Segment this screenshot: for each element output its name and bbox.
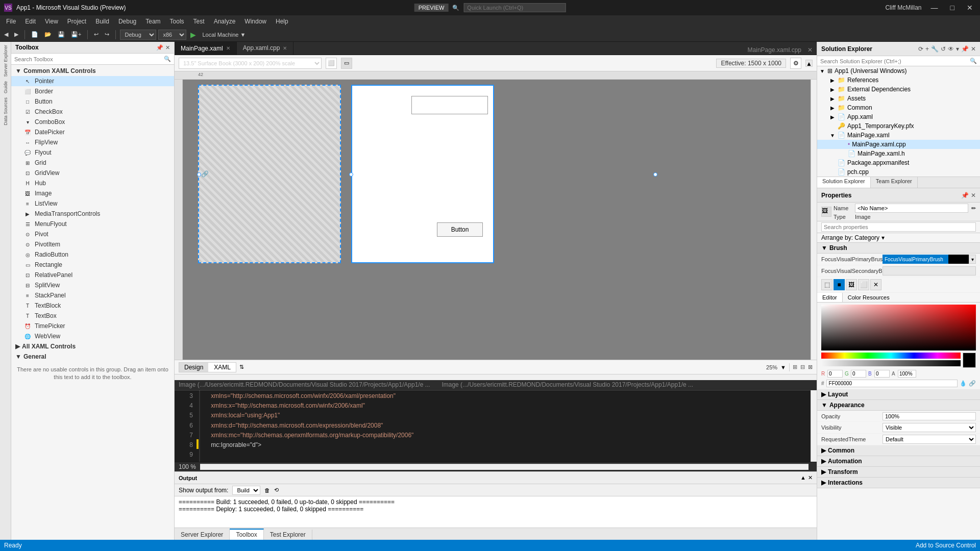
device-select[interactable]: 13.5" Surface Book (3000 x 200) 200% sca… bbox=[179, 58, 322, 69]
section-brush[interactable]: ▼ Brush bbox=[817, 243, 980, 254]
platform-select[interactable]: x86 x64 ARM bbox=[158, 30, 186, 40]
color-resources-tab[interactable]: Color Resources bbox=[843, 293, 895, 302]
tab-app-xaml-cpp[interactable]: App.xaml.cpp ✕ bbox=[237, 42, 294, 55]
toolbox-item-flyout[interactable]: 💬 Flyout bbox=[11, 147, 174, 158]
tab-close-btn[interactable]: ✕ bbox=[283, 45, 287, 51]
expand-icon[interactable]: ▶ bbox=[829, 114, 836, 120]
b-input[interactable] bbox=[874, 370, 890, 378]
toolbox-item-pivot[interactable]: ⊙ Pivot bbox=[11, 229, 174, 239]
canvas-handle-right[interactable] bbox=[653, 172, 657, 177]
canvas-scrollbar-v[interactable] bbox=[811, 80, 817, 360]
new-btn[interactable]: 📄 bbox=[29, 30, 40, 39]
sol-new-btn[interactable]: + bbox=[925, 45, 929, 53]
expand-icon[interactable]: ▼ bbox=[829, 133, 836, 138]
toggle-icon[interactable]: ⇅ bbox=[239, 364, 244, 370]
prop-secondary-brush[interactable] bbox=[883, 266, 976, 276]
toolbox-search-input[interactable] bbox=[14, 56, 164, 62]
brush-picker-btn[interactable]: ▾ bbox=[969, 255, 976, 264]
opacity-input[interactable] bbox=[883, 412, 976, 420]
close-btn[interactable]: ✕ bbox=[964, 4, 976, 12]
toolbox-item-textblock[interactable]: T TextBlock bbox=[11, 300, 174, 311]
maximize-btn[interactable]: □ bbox=[947, 4, 958, 12]
tree-item-common[interactable]: ▶ 📁 Common bbox=[817, 103, 980, 112]
settings-btn[interactable]: ⚙ bbox=[790, 58, 801, 69]
landscape-btn[interactable]: ▭ bbox=[341, 58, 352, 69]
output-content[interactable]: ========== Build: 1 succeeded, 0 failed,… bbox=[175, 496, 817, 528]
toolbox-item-image[interactable]: 🖼 Image bbox=[11, 188, 174, 198]
sol-filter-btn[interactable]: ▾ bbox=[956, 45, 959, 53]
toolbox-item-button[interactable]: □ Button bbox=[11, 96, 174, 107]
canvas-handle-mid[interactable] bbox=[349, 172, 353, 177]
color-type-solid-btn[interactable]: ■ bbox=[834, 279, 845, 290]
tree-item-app1[interactable]: ▼ ⊞ App1 (Universal Windows) bbox=[817, 66, 980, 76]
portrait-btn[interactable]: ⬜ bbox=[326, 58, 337, 69]
color-type-custom-btn[interactable]: ⬜ bbox=[858, 279, 869, 290]
group-all-xaml[interactable]: ▶ All XAML Controls bbox=[11, 341, 174, 352]
menu-build[interactable]: Build bbox=[91, 17, 113, 26]
menu-file[interactable]: File bbox=[2, 17, 20, 26]
grid-btn[interactable]: ⊟ bbox=[800, 364, 805, 370]
toolbox-item-listview[interactable]: ≡ ListView bbox=[11, 198, 174, 209]
expand-icon[interactable]: ▶ bbox=[829, 105, 836, 111]
toolbox-item-border[interactable]: ⬜ Border bbox=[11, 86, 174, 96]
tree-item-manifest[interactable]: 📄 Package.appxmanifest bbox=[817, 158, 980, 167]
color-type-none-btn[interactable]: ✕ bbox=[870, 279, 881, 290]
canvas-button[interactable]: Button bbox=[437, 222, 483, 237]
redo-btn[interactable]: ↪ bbox=[103, 30, 111, 39]
zoom-down-btn[interactable]: ▼ bbox=[780, 364, 786, 370]
save-all-btn[interactable]: 💾+ bbox=[69, 30, 83, 39]
tab-toolbox[interactable]: Toolbox bbox=[230, 529, 263, 540]
menu-window[interactable]: Window bbox=[240, 17, 271, 26]
snap-btn[interactable]: ⊠ bbox=[808, 364, 813, 370]
menu-debug[interactable]: Debug bbox=[114, 17, 140, 26]
server-explorer-btn[interactable]: Server Explorer bbox=[2, 44, 9, 78]
solution-search-input[interactable] bbox=[820, 58, 970, 64]
open-btn[interactable]: 📂 bbox=[42, 30, 54, 39]
tree-item-mainpage-h[interactable]: 📄 MainPage.xaml.h bbox=[817, 149, 980, 158]
props-close-btn[interactable]: ✕ bbox=[971, 192, 976, 199]
canvas-scrollbar-h[interactable] bbox=[175, 374, 817, 380]
data-sources-btn[interactable]: Data Sources bbox=[2, 96, 9, 127]
expand-icon[interactable]: ▶ bbox=[829, 78, 836, 83]
requestedtheme-select[interactable]: Default Light Dark bbox=[883, 435, 976, 444]
toolbox-item-pointer[interactable]: ↖ Pointer bbox=[11, 76, 174, 86]
team-explorer-tab[interactable]: Team Explorer bbox=[871, 177, 918, 188]
tree-item-mainpage-cpp[interactable]: • MainPage.xaml.cpp bbox=[817, 140, 980, 149]
expand-icon[interactable]: ▶ bbox=[829, 87, 836, 92]
r-input[interactable] bbox=[827, 370, 843, 378]
collapse-btn[interactable]: ▲ bbox=[805, 60, 813, 67]
toolbox-item-datepicker[interactable]: 📅 DatePicker bbox=[11, 127, 174, 137]
expand-icon[interactable]: ▼ bbox=[819, 68, 825, 74]
a-input[interactable] bbox=[898, 370, 916, 378]
code-scrollbar-h[interactable] bbox=[200, 464, 808, 470]
sol-showall-btn[interactable]: 👁 bbox=[948, 45, 954, 53]
run-btn[interactable]: ▶ bbox=[188, 30, 198, 40]
brush-selected-label[interactable]: FocusVisualPrimaryBrush bbox=[883, 255, 948, 264]
group-common-xaml[interactable]: ▼ Common XAML Controls bbox=[11, 66, 174, 76]
code-scrollbar-v[interactable] bbox=[811, 390, 817, 462]
minimize-btn[interactable]: — bbox=[928, 4, 941, 12]
menu-test[interactable]: Test bbox=[189, 17, 209, 26]
canvas-handle-left[interactable] bbox=[197, 172, 201, 177]
word-wrap-btn[interactable]: ⟲ bbox=[274, 487, 279, 493]
color-gradient[interactable] bbox=[821, 305, 976, 350]
canvas-textbox[interactable] bbox=[411, 96, 488, 114]
config-select[interactable]: Debug Release bbox=[120, 30, 156, 40]
toolbox-item-webview[interactable]: 🌐 WebView bbox=[11, 331, 174, 341]
sol-close-btn[interactable]: ✕ bbox=[971, 45, 976, 53]
color-resource-btn[interactable]: 🔗 bbox=[969, 380, 976, 387]
props-search-input[interactable] bbox=[821, 222, 976, 232]
brush-color-swatch[interactable] bbox=[948, 255, 969, 264]
tree-item-assets[interactable]: ▶ 📁 Assets bbox=[817, 94, 980, 103]
editor-tab[interactable]: Editor bbox=[817, 293, 843, 302]
toolbox-item-grid[interactable]: ⊞ Grid bbox=[11, 158, 174, 168]
solution-search-bar[interactable]: 🔍 bbox=[817, 56, 980, 66]
section-common[interactable]: ▶ Common bbox=[817, 445, 980, 456]
solution-explorer-tab[interactable]: Solution Explorer bbox=[817, 177, 871, 188]
fit-btn[interactable]: ⊞ bbox=[793, 364, 797, 370]
group-general[interactable]: ▼ General bbox=[11, 352, 174, 362]
props-pin-btn[interactable]: 📌 bbox=[961, 192, 969, 199]
output-close-btn[interactable]: ✕ bbox=[808, 474, 813, 481]
toolbox-item-checkbox[interactable]: ☑ CheckBox bbox=[11, 107, 174, 117]
mainpage-cpp-tab[interactable]: MainPage.xaml.cpp bbox=[744, 45, 805, 55]
